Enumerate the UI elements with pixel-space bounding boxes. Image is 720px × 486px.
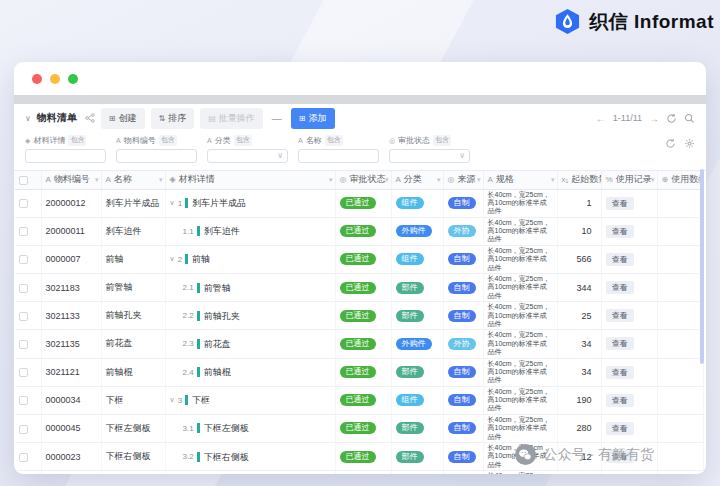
view-record-button[interactable]: 查看 [606,422,634,435]
filter-名称: A名称包含 [298,135,379,163]
row-checkbox[interactable] [19,255,28,264]
status-badge: 已通过 [340,394,376,406]
row-checkbox[interactable] [19,425,28,434]
column-menu-icon[interactable]: ▾ [551,176,555,184]
initial-qty-cell: 34 [557,358,601,386]
column-menu-icon[interactable]: ▾ [651,176,655,184]
filter-input-名称[interactable] [298,149,379,163]
row-checkbox[interactable] [19,453,28,462]
material-id-cell: 0000045 [41,414,101,442]
column-type-icon: ◎ [340,175,347,184]
batch-actions-button[interactable]: ▤ 批量操作 [200,108,263,129]
row-select-cell [15,302,41,330]
row-checkbox[interactable] [19,396,28,405]
view-record-button[interactable]: 查看 [606,225,634,238]
next-page-icon[interactable]: → [649,113,659,124]
table-row: 0000007前轴∨2前轴已通过组件自制长40cm，宽25cm，高10cm的标准… [15,245,703,273]
column-menu-icon[interactable]: ▾ [477,176,481,184]
search-icon[interactable] [684,113,695,124]
spec-cell: 长40cm，宽25cm，高10cm的标准半成品件 [483,330,557,358]
usage-qty-cell [657,358,703,386]
view-record-button[interactable]: 查看 [606,366,634,379]
material-detail-chip[interactable]: 前管轴 [197,283,231,293]
material-detail-chip[interactable]: 前花盘 [197,339,231,349]
material-name-cell: 刹车迫件 [101,217,165,245]
select-all-checkbox[interactable] [19,176,28,185]
refresh-icon[interactable] [666,113,677,124]
add-button[interactable]: ⊞ 添加 [291,108,335,129]
column-menu-icon[interactable]: ▾ [385,176,389,184]
status-badge: 已通过 [340,225,376,237]
view-record-button[interactable]: 查看 [606,281,634,294]
filter-input-物料编号[interactable] [116,149,197,163]
column-menu-icon[interactable]: ▾ [329,176,333,184]
minimize-window-button[interactable] [50,74,60,84]
refresh-table-icon[interactable] [665,138,676,149]
filter-select-分类[interactable] [207,149,288,163]
material-detail-cell: 3.1下框左侧板 [165,414,335,442]
tree-index: 2.4 [183,368,194,377]
create-icon: ⊞ [109,114,116,123]
column-type-icon: % [606,175,613,184]
expand-chevron-icon[interactable]: ∨ [170,255,175,263]
close-window-button[interactable] [32,74,42,84]
filter-input-材料详情[interactable] [25,149,106,163]
column-menu-icon[interactable]: ▾ [95,176,99,184]
material-id-cell: 20000012 [41,189,101,217]
prev-page-icon[interactable]: ← [596,113,606,124]
usage-record-cell: 查看 [601,471,657,474]
vertical-scrollbar[interactable] [700,169,704,364]
row-select-cell [15,443,41,471]
material-detail-chip[interactable]: 刹车片半成品 [185,198,246,208]
sort-button[interactable]: ⇅ 排序 [151,108,195,129]
tree-index: 3.1 [183,424,194,433]
filter-select-审批状态[interactable] [389,149,470,163]
source-badge: 自制 [448,394,476,406]
column-menu-icon[interactable]: ▾ [159,176,163,184]
material-detail-chip[interactable]: 前轴 [185,254,210,264]
status-cell: 已通过 [335,217,391,245]
row-checkbox[interactable] [19,368,28,377]
column-menu-icon[interactable]: ▾ [437,176,441,184]
view-record-button[interactable]: 查看 [606,253,634,266]
row-checkbox[interactable] [19,199,28,208]
material-detail-chip[interactable]: 前轴棍 [197,367,231,377]
collapse-chevron-icon[interactable]: ∨ [25,114,31,123]
row-select-cell [15,189,41,217]
material-detail-cell: ∨2前轴 [165,245,335,273]
source-cell: 自制 [443,274,483,302]
view-record-button[interactable]: 查看 [606,309,634,322]
row-checkbox[interactable] [19,312,28,321]
material-detail-chip[interactable]: 下框左侧板 [197,423,249,433]
view-record-button[interactable]: 查看 [606,337,634,350]
row-checkbox[interactable] [19,284,28,293]
category-cell: 外购件 [391,217,443,245]
filter-材料详情: ◈材料详情包含 [25,135,106,163]
material-detail-chip[interactable]: 下框右侧板 [197,452,249,462]
filter-label: 审批状态 [398,135,430,146]
material-detail-cell: 2.4前轴棍 [165,358,335,386]
status-badge: 已通过 [340,253,376,265]
material-detail-chip[interactable]: 刹车迫件 [197,226,240,236]
column-menu-icon[interactable]: ▾ [595,176,599,184]
usage-qty-cell [657,217,703,245]
brand-logo-text: 织信 Informat [589,9,714,35]
create-button[interactable]: ⊞ 创建 [101,108,145,129]
material-name-cell: 刹车片半成品 [101,189,165,217]
expand-chevron-icon[interactable]: ∨ [170,396,175,404]
material-detail-chip[interactable]: 前轴孔夹 [197,311,240,321]
view-record-button[interactable]: 查看 [606,197,634,210]
status-badge: 已通过 [340,422,376,434]
add-button-label: 添加 [309,112,327,125]
row-checkbox[interactable] [19,227,28,236]
filter-operator-tag: 包含 [234,135,252,146]
row-checkbox[interactable] [19,340,28,349]
view-record-button[interactable]: 查看 [606,394,634,407]
share-icon[interactable] [85,109,95,127]
material-detail-chip[interactable]: 下框 [185,395,210,405]
tree-index: 1 [178,199,182,208]
filter-分类: A分类包含 [207,135,288,163]
maximize-window-button[interactable] [68,74,78,84]
gear-icon[interactable] [684,138,695,149]
expand-chevron-icon[interactable]: ∨ [170,199,175,207]
